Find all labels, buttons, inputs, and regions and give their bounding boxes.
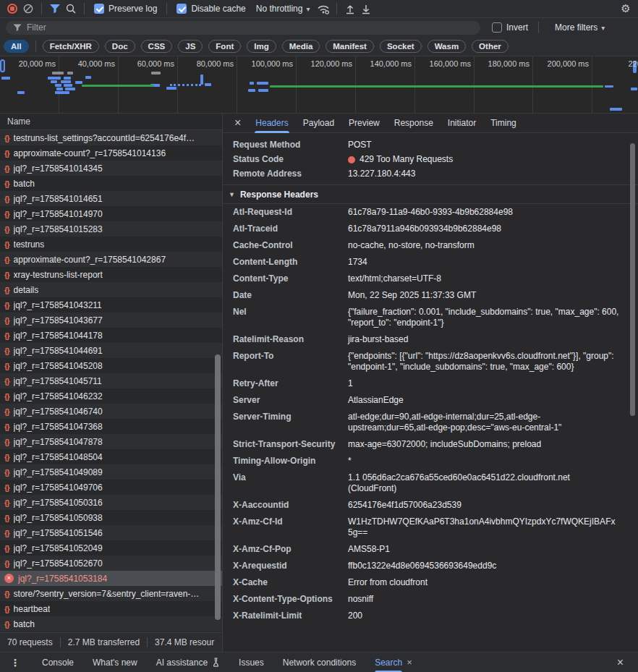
- close-drawer-icon[interactable]: ×: [610, 656, 631, 669]
- settings-gear-icon[interactable]: ⚙: [618, 1, 634, 17]
- request-row[interactable]: {}jql?_r=1758541052049: [0, 540, 223, 556]
- close-search-tab-icon[interactable]: ×: [407, 652, 412, 672]
- request-row[interactable]: {}store/?sentry_version=7&sentry_client=…: [0, 586, 223, 601]
- request-row[interactable]: {}jql?_r=1758541046740: [0, 404, 223, 419]
- header-row: Nel{"failure_fraction": 0.001, "include_…: [223, 304, 638, 331]
- request-name: jql?_r=1758541046232: [14, 391, 103, 401]
- request-row[interactable]: {}batch: [0, 176, 223, 191]
- network-conditions-icon[interactable]: [315, 1, 331, 17]
- request-name: xray-testruns-list-report: [14, 270, 103, 280]
- request-row[interactable]: {}jql?_r=1758541045208: [0, 358, 223, 373]
- request-row[interactable]: {}testruns: [0, 237, 223, 252]
- request-row[interactable]: {}xray-testruns-list-report: [0, 267, 223, 282]
- filter-input[interactable]: Filter: [6, 21, 480, 35]
- disable-cache-checkbox[interactable]: Disable cache: [176, 4, 245, 14]
- header-name: X-Amz-Cf-Id: [223, 516, 348, 538]
- request-row[interactable]: {}testruns-list_settings?accountId=62541…: [0, 130, 223, 145]
- tab-preview[interactable]: Preview: [341, 114, 387, 133]
- request-row[interactable]: {}jql?_r=1758541049089: [0, 464, 223, 480]
- drawer-tab-issues[interactable]: Issues: [239, 652, 264, 672]
- chip-fetch-xhr[interactable]: Fetch/XHR: [43, 40, 99, 53]
- request-row[interactable]: {}batch: [0, 616, 223, 631]
- request-row[interactable]: {}jql?_r=1758541015283: [0, 221, 223, 237]
- network-main: Name {}testruns-list_settings?accountId=…: [0, 114, 638, 652]
- status-divider: [147, 637, 148, 647]
- name-column-header[interactable]: Name: [0, 114, 222, 130]
- fetch-xhr-icon: {}: [4, 544, 9, 553]
- request-row[interactable]: {}jql?_r=1758541043211: [0, 297, 223, 312]
- request-row[interactable]: {}jql?_r=1758541050938: [0, 510, 223, 525]
- request-row[interactable]: {}jql?_r=1758541014651: [0, 191, 223, 206]
- drawer-tab-search[interactable]: Search ×: [375, 652, 412, 672]
- tab-initiator[interactable]: Initiator: [441, 114, 483, 133]
- request-list-scrollbar[interactable]: [215, 354, 221, 620]
- chip-css[interactable]: CSS: [141, 40, 173, 53]
- chip-media[interactable]: Media: [282, 40, 320, 53]
- request-row[interactable]: {}jql?_r=1758541049706: [0, 480, 223, 495]
- chip-font[interactable]: Font: [208, 40, 241, 53]
- detail-scrollbar[interactable]: [630, 143, 635, 416]
- request-row[interactable]: {}jql?_r=1758541045711: [0, 373, 223, 388]
- request-row[interactable]: {}jql?_r=1758541052670: [0, 556, 223, 571]
- request-row[interactable]: {}jql?_r=1758541043677: [0, 312, 223, 328]
- fetch-xhr-icon: {}: [4, 453, 9, 462]
- close-detail-icon[interactable]: ×: [227, 116, 248, 129]
- drawer-tab-network-conditions[interactable]: Network conditions: [283, 652, 356, 672]
- header-value: AtlassianEdge: [348, 395, 638, 406]
- clear-icon[interactable]: [20, 1, 36, 17]
- tab-payload[interactable]: Payload: [296, 114, 341, 133]
- request-row[interactable]: {}jql?_r=1758541047368: [0, 419, 223, 434]
- general-row: Remote Address 13.227.180.4:443: [223, 166, 638, 181]
- request-row[interactable]: {}jql?_r=1758541044178: [0, 328, 223, 343]
- timeline-overview[interactable]: 20,000 ms40,000 ms60,000 ms80,000 ms100,…: [0, 56, 638, 114]
- tab-timing[interactable]: Timing: [483, 114, 524, 133]
- timeline-bar-blue: [631, 88, 637, 90]
- request-row[interactable]: {}jql?_r=1758541046232: [0, 388, 223, 404]
- request-row[interactable]: {}heartbeat: [0, 601, 223, 616]
- tab-headers[interactable]: Headers: [248, 114, 295, 133]
- request-row[interactable]: {}approximate-count?_r=1758541042867: [0, 252, 223, 267]
- search-icon[interactable]: [63, 1, 79, 17]
- request-row-selected[interactable]: ×jql?_r=1758541053184: [0, 571, 223, 586]
- preserve-log-checkbox[interactable]: Preserve log: [94, 4, 157, 14]
- filter-toggle-icon[interactable]: [47, 1, 63, 17]
- fetch-xhr-icon: {}: [4, 407, 9, 416]
- fetch-xhr-icon: {}: [4, 225, 9, 234]
- tab-response[interactable]: Response: [387, 114, 441, 133]
- drawer-tab-label: Issues: [239, 652, 264, 672]
- fetch-xhr-icon: {}: [4, 195, 9, 203]
- drawer-tab-whats-new[interactable]: What's new: [93, 652, 137, 672]
- chip-other[interactable]: Other: [472, 40, 509, 53]
- record-icon[interactable]: [4, 1, 20, 17]
- chip-doc[interactable]: Doc: [105, 40, 135, 53]
- chip-socket[interactable]: Socket: [380, 40, 422, 53]
- request-row[interactable]: {}approximate-count?_r=1758541014136: [0, 145, 223, 161]
- request-row[interactable]: {}details: [0, 282, 223, 297]
- import-har-icon[interactable]: [342, 1, 358, 17]
- drawer-tab-ai-assistance[interactable]: AI assistance: [156, 652, 220, 672]
- request-row[interactable]: {}jql?_r=1758541048504: [0, 449, 223, 464]
- drawer-tab-console[interactable]: Console: [42, 652, 74, 672]
- throttling-select[interactable]: No throttling ▾: [256, 4, 310, 14]
- chip-all[interactable]: All: [4, 40, 29, 53]
- fetch-xhr-icon: {}: [4, 605, 9, 613]
- more-filters-button[interactable]: More filters ▾: [555, 22, 605, 33]
- header-row: Timing-Allow-Origin*: [223, 453, 638, 469]
- invert-checkbox[interactable]: Invert: [492, 22, 528, 33]
- request-row[interactable]: {}jql?_r=1758541014345: [0, 161, 223, 176]
- timeline-bar-gray: [52, 72, 64, 75]
- status-code-value: 429 Too Many Requests: [360, 154, 453, 165]
- export-har-icon[interactable]: [358, 1, 374, 17]
- request-row[interactable]: {}jql?_r=1758541014970: [0, 206, 223, 221]
- chip-manifest[interactable]: Manifest: [326, 40, 374, 53]
- request-row[interactable]: {}jql?_r=1758541047878: [0, 434, 223, 449]
- request-row[interactable]: {}jql?_r=1758541051546: [0, 525, 223, 540]
- request-row[interactable]: {}jql?_r=1758541050316: [0, 495, 223, 510]
- toolbar-divider: [166, 3, 167, 14]
- chip-js[interactable]: JS: [178, 40, 203, 53]
- drawer-menu-icon[interactable]: ⋮: [7, 657, 23, 668]
- response-headers-section-header[interactable]: ▼ Response Headers: [223, 185, 638, 203]
- request-row[interactable]: {}jql?_r=1758541044691: [0, 343, 223, 358]
- chip-wasm[interactable]: Wasm: [428, 40, 466, 53]
- chip-img[interactable]: Img: [247, 40, 276, 53]
